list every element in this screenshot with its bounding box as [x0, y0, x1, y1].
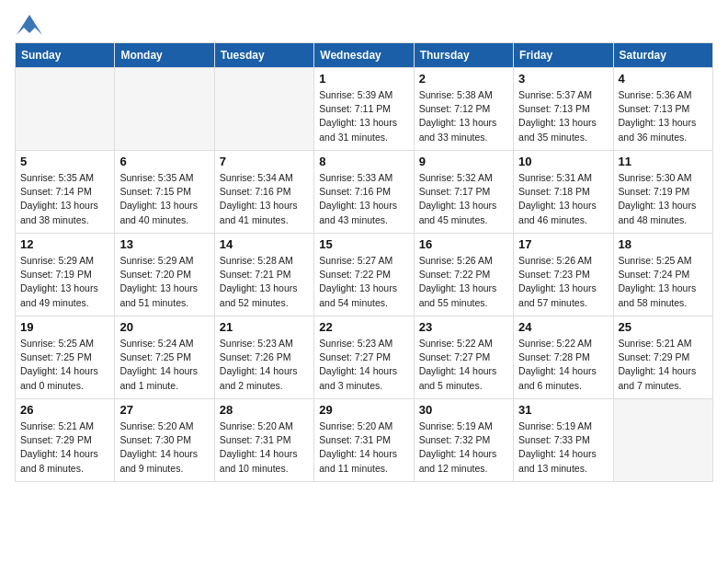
- cell-info-text: Sunrise: 5:23 AMSunset: 7:26 PMDaylight:…: [220, 337, 309, 393]
- calendar-cell: 10Sunrise: 5:31 AMSunset: 7:18 PMDayligh…: [514, 151, 613, 234]
- weekday-header: Friday: [514, 43, 613, 68]
- cell-date-number: 23: [419, 320, 508, 334]
- calendar-cell: 6Sunrise: 5:35 AMSunset: 7:15 PMDaylight…: [115, 151, 214, 234]
- cell-info-text: Sunrise: 5:37 AMSunset: 7:13 PMDaylight:…: [518, 88, 608, 144]
- calendar-table: SundayMondayTuesdayWednesdayThursdayFrid…: [15, 42, 713, 482]
- cell-date-number: 5: [20, 155, 109, 168]
- cell-date-number: 27: [119, 403, 209, 417]
- cell-date-number: 25: [619, 320, 708, 334]
- cell-info-text: Sunrise: 5:21 AMSunset: 7:29 PMDaylight:…: [20, 419, 109, 476]
- calendar-cell: [613, 399, 712, 482]
- calendar-cell: 3Sunrise: 5:37 AMSunset: 7:13 PMDaylight…: [514, 68, 613, 151]
- cell-info-text: Sunrise: 5:35 AMSunset: 7:15 PMDaylight:…: [119, 171, 209, 227]
- cell-date-number: 1: [319, 72, 408, 86]
- calendar-cell: 8Sunrise: 5:33 AMSunset: 7:16 PMDaylight…: [314, 151, 414, 234]
- calendar-cell: 14Sunrise: 5:28 AMSunset: 7:21 PMDayligh…: [214, 234, 313, 316]
- week-row: 19Sunrise: 5:25 AMSunset: 7:25 PMDayligh…: [16, 316, 713, 399]
- calendar-cell: 7Sunrise: 5:34 AMSunset: 7:16 PMDaylight…: [214, 151, 313, 234]
- weekday-header: Tuesday: [214, 43, 313, 68]
- cell-date-number: 10: [518, 155, 608, 168]
- cell-date-number: 31: [518, 403, 608, 417]
- cell-info-text: Sunrise: 5:19 AMSunset: 7:32 PMDaylight:…: [419, 419, 508, 476]
- logo-bird-icon: [17, 15, 42, 35]
- cell-date-number: 3: [518, 72, 608, 86]
- cell-info-text: Sunrise: 5:20 AMSunset: 7:30 PMDaylight:…: [119, 419, 209, 476]
- calendar-header-row: SundayMondayTuesdayWednesdayThursdayFrid…: [16, 43, 713, 68]
- cell-date-number: 28: [220, 403, 309, 417]
- cell-info-text: Sunrise: 5:38 AMSunset: 7:12 PMDaylight:…: [419, 88, 508, 144]
- weekday-header: Sunday: [16, 43, 115, 68]
- cell-date-number: 12: [20, 237, 109, 251]
- weekday-header: Monday: [115, 43, 214, 68]
- weekday-header: Wednesday: [314, 43, 414, 68]
- cell-info-text: Sunrise: 5:26 AMSunset: 7:22 PMDaylight:…: [419, 254, 508, 310]
- calendar-cell: 2Sunrise: 5:38 AMSunset: 7:12 PMDaylight…: [414, 68, 513, 151]
- cell-date-number: 4: [619, 72, 708, 86]
- cell-info-text: Sunrise: 5:21 AMSunset: 7:29 PMDaylight:…: [619, 337, 708, 393]
- cell-date-number: 20: [119, 320, 209, 334]
- calendar-cell: 4Sunrise: 5:36 AMSunset: 7:13 PMDaylight…: [613, 68, 712, 151]
- calendar-cell: 29Sunrise: 5:20 AMSunset: 7:31 PMDayligh…: [314, 399, 414, 482]
- calendar-cell: [16, 68, 115, 151]
- weekday-header: Saturday: [613, 43, 712, 68]
- week-row: 26Sunrise: 5:21 AMSunset: 7:29 PMDayligh…: [16, 399, 713, 482]
- calendar-cell: 15Sunrise: 5:27 AMSunset: 7:22 PMDayligh…: [314, 234, 414, 316]
- weekday-header: Thursday: [414, 43, 513, 68]
- calendar-cell: 31Sunrise: 5:19 AMSunset: 7:33 PMDayligh…: [514, 399, 613, 482]
- logo: [15, 15, 42, 35]
- calendar-cell: 16Sunrise: 5:26 AMSunset: 7:22 PMDayligh…: [414, 234, 513, 316]
- cell-info-text: Sunrise: 5:35 AMSunset: 7:14 PMDaylight:…: [20, 171, 109, 227]
- cell-info-text: Sunrise: 5:29 AMSunset: 7:20 PMDaylight:…: [119, 254, 209, 310]
- cell-info-text: Sunrise: 5:28 AMSunset: 7:21 PMDaylight:…: [220, 254, 309, 310]
- cell-info-text: Sunrise: 5:29 AMSunset: 7:19 PMDaylight:…: [20, 254, 109, 310]
- calendar-cell: 13Sunrise: 5:29 AMSunset: 7:20 PMDayligh…: [115, 234, 214, 316]
- cell-date-number: 14: [220, 237, 309, 251]
- cell-date-number: 19: [20, 320, 109, 334]
- cell-date-number: 30: [419, 403, 508, 417]
- cell-info-text: Sunrise: 5:20 AMSunset: 7:31 PMDaylight:…: [220, 419, 309, 476]
- calendar-cell: 20Sunrise: 5:24 AMSunset: 7:25 PMDayligh…: [115, 316, 214, 399]
- week-row: 12Sunrise: 5:29 AMSunset: 7:19 PMDayligh…: [16, 234, 713, 316]
- cell-date-number: 11: [619, 155, 708, 168]
- calendar-cell: 9Sunrise: 5:32 AMSunset: 7:17 PMDaylight…: [414, 151, 513, 234]
- week-row: 5Sunrise: 5:35 AMSunset: 7:14 PMDaylight…: [16, 151, 713, 234]
- calendar-cell: [115, 68, 214, 151]
- cell-info-text: Sunrise: 5:25 AMSunset: 7:25 PMDaylight:…: [20, 337, 109, 393]
- calendar-cell: 25Sunrise: 5:21 AMSunset: 7:29 PMDayligh…: [613, 316, 712, 399]
- cell-date-number: 18: [619, 237, 708, 251]
- page-header: [15, 15, 713, 35]
- cell-date-number: 26: [20, 403, 109, 417]
- calendar-cell: 11Sunrise: 5:30 AMSunset: 7:19 PMDayligh…: [613, 151, 712, 234]
- cell-date-number: 13: [119, 237, 209, 251]
- calendar-cell: 24Sunrise: 5:22 AMSunset: 7:28 PMDayligh…: [514, 316, 613, 399]
- calendar-cell: 22Sunrise: 5:23 AMSunset: 7:27 PMDayligh…: [314, 316, 414, 399]
- cell-info-text: Sunrise: 5:27 AMSunset: 7:22 PMDaylight:…: [319, 254, 408, 310]
- cell-date-number: 2: [419, 72, 508, 86]
- cell-date-number: 6: [119, 155, 209, 168]
- cell-date-number: 24: [518, 320, 608, 334]
- cell-info-text: Sunrise: 5:26 AMSunset: 7:23 PMDaylight:…: [518, 254, 608, 310]
- cell-info-text: Sunrise: 5:25 AMSunset: 7:24 PMDaylight:…: [619, 254, 708, 310]
- cell-info-text: Sunrise: 5:33 AMSunset: 7:16 PMDaylight:…: [319, 171, 408, 227]
- cell-info-text: Sunrise: 5:39 AMSunset: 7:11 PMDaylight:…: [319, 88, 408, 144]
- cell-info-text: Sunrise: 5:23 AMSunset: 7:27 PMDaylight:…: [319, 337, 408, 393]
- cell-info-text: Sunrise: 5:30 AMSunset: 7:19 PMDaylight:…: [619, 171, 708, 227]
- cell-info-text: Sunrise: 5:22 AMSunset: 7:28 PMDaylight:…: [518, 337, 608, 393]
- calendar-cell: 12Sunrise: 5:29 AMSunset: 7:19 PMDayligh…: [16, 234, 115, 316]
- cell-date-number: 8: [319, 155, 408, 168]
- calendar-cell: 19Sunrise: 5:25 AMSunset: 7:25 PMDayligh…: [16, 316, 115, 399]
- cell-date-number: 29: [319, 403, 408, 417]
- calendar-cell: 17Sunrise: 5:26 AMSunset: 7:23 PMDayligh…: [514, 234, 613, 316]
- calendar-cell: 1Sunrise: 5:39 AMSunset: 7:11 PMDaylight…: [314, 68, 414, 151]
- cell-info-text: Sunrise: 5:31 AMSunset: 7:18 PMDaylight:…: [518, 171, 608, 227]
- cell-date-number: 9: [419, 155, 508, 168]
- cell-date-number: 7: [220, 155, 309, 168]
- cell-info-text: Sunrise: 5:32 AMSunset: 7:17 PMDaylight:…: [419, 171, 508, 227]
- calendar-cell: [214, 68, 313, 151]
- cell-date-number: 21: [220, 320, 309, 334]
- cell-info-text: Sunrise: 5:34 AMSunset: 7:16 PMDaylight:…: [220, 171, 309, 227]
- cell-date-number: 16: [419, 237, 508, 251]
- cell-date-number: 17: [518, 237, 608, 251]
- cell-date-number: 22: [319, 320, 408, 334]
- calendar-cell: 27Sunrise: 5:20 AMSunset: 7:30 PMDayligh…: [115, 399, 214, 482]
